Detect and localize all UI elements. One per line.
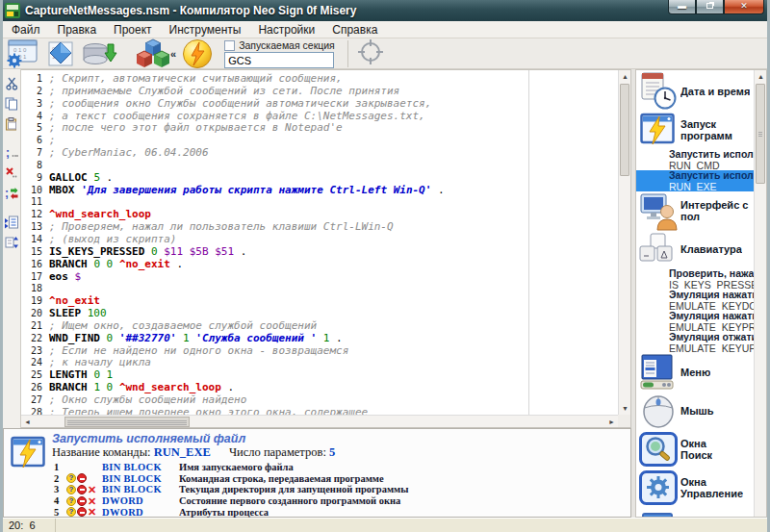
sidebar-scrollbar[interactable]: ▲ ▼ — [754, 70, 766, 517]
sidebar-section-windows-control[interactable]: Окна Управление — [636, 469, 754, 507]
semicolon-arrows-icon[interactable]: ; — [5, 186, 19, 200]
command-name: EMULATE_KEYDOWN — [669, 301, 754, 312]
wndcontrol-icon — [636, 470, 680, 505]
page-arrows-icon[interactable] — [5, 235, 19, 249]
param-row-2[interactable]: 2?BIN BLOCKКомандная строка, передаваема… — [54, 473, 625, 485]
param-row-5[interactable]: 5?✕DWORDАтрибуты процесса — [54, 506, 625, 518]
command-description: Запустить исполняем — [669, 170, 754, 182]
menu-item-file[interactable]: Файл — [3, 22, 49, 38]
code-token: ; CyberManiac, 06.04.2006 — [49, 146, 209, 159]
code-token: MBOX — [49, 184, 75, 196]
line-number: 5 — [21, 122, 42, 135]
sidebar-item-emulate_keypress[interactable]: Эмуляция нажатия/отEMULATE_KEYPRESS — [636, 311, 754, 332]
menu-item-project[interactable]: Проект — [105, 22, 161, 38]
line-number: 18 — [21, 283, 42, 295]
cross-flag-icon: ✕ — [88, 507, 96, 517]
code-token: ; Окно службы сообщений найдено — [49, 393, 246, 406]
cross-flag-icon: ✕ — [88, 485, 96, 494]
scissors-icon[interactable] — [5, 76, 19, 90]
code-token: BRANCH — [49, 381, 88, 393]
code-token: ^wnd_search_loop — [119, 381, 221, 393]
param-row-3[interactable]: 3?✕BIN BLOCKТекущая директория для запущ… — [54, 484, 625, 495]
code-token: 0 — [151, 245, 158, 258]
sidebar-section-run-programs[interactable]: Запуск программ — [636, 111, 754, 149]
code-token: 'Для завершения работы скрипта нажмите C… — [81, 184, 431, 196]
sidebar-section-windows-search[interactable]: Окна Поиск — [636, 430, 754, 469]
menu-item-settings[interactable]: Настройки — [249, 22, 323, 38]
cross-flag-icon: ✕ — [88, 496, 96, 506]
param-description: Командная строка, передаваемая программе — [179, 473, 384, 484]
code-token: 0 1 — [93, 368, 113, 381]
minimize-button[interactable]: ▬ — [668, 0, 696, 14]
title-bar[interactable]: CaptureNetMessages.nsm - Компилятор Neo … — [0, 0, 770, 21]
paste-icon[interactable] — [5, 116, 19, 131]
menu-item-help[interactable]: Справка — [323, 22, 386, 38]
editor-vscroll-thumb[interactable] — [620, 84, 629, 176]
scroll-up-arrow[interactable]: ▲ — [619, 70, 631, 83]
sidebar-section-windows-partial[interactable]: О — [636, 507, 754, 517]
save-disk-icon[interactable] — [80, 38, 118, 69]
scroll-up-arrow[interactable]: ▲ — [755, 70, 767, 83]
sidebar-section-label: Интерфейс с пол — [680, 199, 754, 222]
param-type: DWORD — [102, 495, 179, 506]
sidebar-item-run_exe[interactable]: Запустить исполняемRUN_EXE — [636, 170, 754, 191]
semicolon-icon[interactable]: ; — [5, 145, 19, 160]
ui-icon — [636, 190, 680, 231]
line-number: 27 — [21, 394, 42, 407]
restore-button[interactable] — [696, 0, 724, 14]
code-token: $11 $5B $51 — [164, 245, 234, 258]
close-button[interactable]: ✕ — [724, 0, 764, 14]
sidebar-section-menu[interactable]: Меню — [636, 353, 754, 392]
diamond-binary-icon[interactable]: 01011010 — [41, 38, 80, 69]
cubes-icon[interactable] — [134, 38, 172, 69]
target-icon[interactable] — [356, 38, 385, 70]
menu-item-edit[interactable]: Правка — [49, 22, 106, 38]
sidebar-scroll-thumb[interactable] — [756, 84, 765, 184]
sidebar-item-emulate_keyup[interactable]: Эмуляция отжатия клEMULATE_KEYUP — [636, 332, 754, 353]
run-section-checkbox[interactable] — [224, 40, 235, 51]
editor-horizontal-scrollbar[interactable]: ◄ ► — [21, 415, 618, 427]
sidebar-section-user-interface[interactable]: Интерфейс с пол — [636, 191, 754, 230]
code-token: ; — [49, 134, 56, 146]
line-number: 15 — [21, 246, 42, 259]
code-editor[interactable]: 1; Скрипт, автоматически считывающий соо… — [21, 69, 631, 428]
compile-window-icon[interactable]: 0 1 01 0 1 — [3, 38, 41, 69]
status-bar: 20: 6 — [0, 518, 770, 532]
sidebar-section-mouse[interactable]: Мышь — [636, 392, 754, 430]
code-token: ; Если не найдено ни одного окна - возвр… — [49, 344, 348, 357]
run-lightning-icon[interactable] — [178, 38, 217, 69]
editor-hscroll-thumb[interactable] — [64, 417, 190, 427]
param-row-1[interactable]: 1BIN BLOCKИмя запускаемого файла — [54, 462, 625, 473]
svg-text:;: ; — [6, 146, 10, 160]
command-title: Запустить исполняемый файл — [52, 432, 625, 445]
menu-icon — [636, 353, 680, 392]
sidebar-section-keyboard[interactable]: Клавиатура — [636, 230, 754, 268]
sidebar-item-emulate_keydown[interactable]: Эмуляция нажатия клEMULATE_KEYDOWN — [636, 290, 754, 311]
command-help-panel: Запустить исполняемый файл Название кома… — [3, 428, 631, 518]
code-token: eos — [49, 270, 68, 283]
param-description: Имя запускаемого файла — [179, 462, 294, 472]
sidebar-item-is_keys_pressed[interactable]: Проверить, нажата лIS_KEYS_PRESSED — [636, 268, 754, 290]
sidebar-section-datetime[interactable]: Дата и время — [636, 72, 754, 111]
command-name: RUN_EXE — [669, 182, 754, 192]
list-block-icon[interactable] — [5, 215, 19, 229]
scroll-left-arrow[interactable]: ◄ — [21, 416, 34, 428]
section-input[interactable] — [224, 52, 334, 68]
param-number: 2 — [54, 473, 66, 484]
runprog-icon — [636, 111, 680, 149]
scroll-right-arrow[interactable]: ► — [605, 416, 618, 428]
code-token — [68, 270, 75, 283]
sidebar-item-run_cmd[interactable]: Запустить исполняемRUN_CMD — [636, 149, 754, 170]
menu-item-tools[interactable]: Инструменты — [161, 22, 250, 38]
scroll-down-arrow[interactable]: ▼ — [619, 402, 631, 415]
param-row-4[interactable]: 4?✕DWORDСостояние первого созданного про… — [54, 495, 625, 507]
line-number: 11 — [21, 196, 42, 209]
line-number: 3 — [21, 98, 42, 111]
code-token: . — [170, 258, 183, 270]
delete-x-icon[interactable] — [5, 165, 19, 180]
overflow-chevron-icon[interactable]: « — [170, 48, 176, 60]
code-token: . — [234, 245, 246, 258]
editor-vertical-scrollbar[interactable]: ▲ ▼ — [618, 70, 630, 415]
line-number: 24 — [21, 357, 42, 369]
copy-icon[interactable] — [5, 96, 19, 111]
